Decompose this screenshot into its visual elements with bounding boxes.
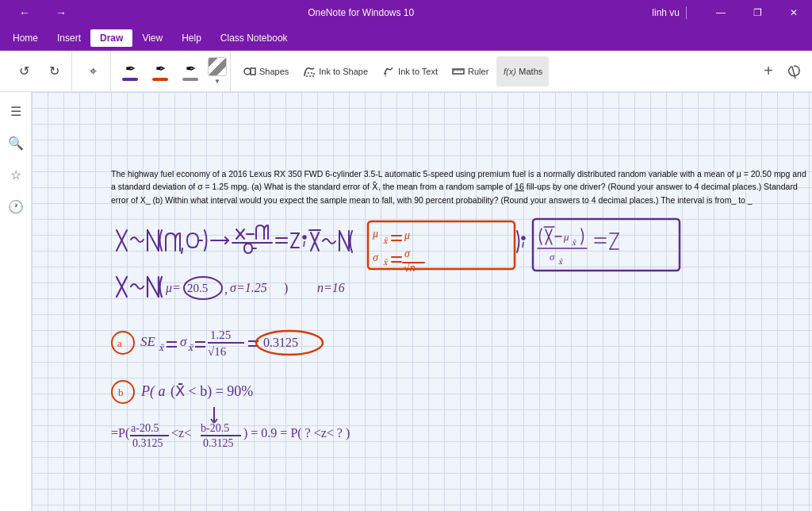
svg-text:<z<: <z< xyxy=(171,426,191,440)
app-title: OneNote for Windows 10 xyxy=(79,7,642,18)
back-button[interactable]: ← xyxy=(6,0,43,25)
redo-button[interactable]: ↻ xyxy=(40,57,68,86)
ruler-button[interactable]: Ruler xyxy=(446,56,495,86)
shapes-label: Shapes xyxy=(259,67,289,76)
svg-line-52 xyxy=(523,242,523,248)
svg-text:(X̄ < b) = 90%: (X̄ < b) = 90% xyxy=(170,383,253,400)
ink-to-text-label: Ink to Text xyxy=(398,67,438,76)
part-a-formula: a SE x̄ σ x̄ 1.25 √16 xyxy=(112,328,323,358)
menu-view[interactable]: View xyxy=(132,29,172,47)
menu-class-notebook[interactable]: Class Notebook xyxy=(211,29,297,47)
main-content[interactable]: The highway fuel economy of a 2016 Lexus… xyxy=(32,92,812,511)
add-button[interactable]: + xyxy=(756,60,780,83)
maths-icon: f(x) xyxy=(503,65,515,78)
pen-tool-1[interactable]: ✒ xyxy=(117,58,143,84)
purple-box xyxy=(533,219,680,271)
svg-text:=P(: =P( xyxy=(111,426,129,440)
svg-line-70 xyxy=(147,277,159,297)
color-picker-group: ▼ xyxy=(208,57,227,85)
svg-text:T: T xyxy=(384,72,388,78)
ink-to-shape-button[interactable]: Ink to Shape xyxy=(297,56,374,86)
svg-text:μ=: μ= xyxy=(165,281,181,295)
pen-icon-3: ✒ xyxy=(186,61,196,76)
svg-text:√n: √n xyxy=(404,262,416,274)
drawing-tools-group: ✒ ✒ ✒ ▼ xyxy=(114,51,231,91)
canvas-area: ☰ 🔍 ☆ 🕐 The highway fuel economy of a 20… xyxy=(0,92,812,511)
sidebar-icon-recent[interactable]: 🕐 xyxy=(3,194,29,219)
left-sidebar: ☰ 🔍 ☆ 🕐 xyxy=(0,92,32,511)
svg-text:20.5: 20.5 xyxy=(187,282,208,294)
menu-draw[interactable]: Draw xyxy=(90,29,132,47)
svg-text:a-20.5: a-20.5 xyxy=(131,422,159,434)
svg-text:) = 0.9 = P(  ?  <z<  ?  ): ) = 0.9 = P( ? <z< ? ) xyxy=(243,426,350,440)
ink-to-text-button[interactable]: T Ink to Text xyxy=(376,56,444,86)
minimize-button[interactable]: — xyxy=(703,0,739,25)
forward-button[interactable]: → xyxy=(43,0,79,25)
ruler-icon xyxy=(452,65,465,78)
sigma-xbar-formula: μ x̄ μ σ x̄ σ √n xyxy=(372,228,424,274)
sidebar-icon-favorites[interactable]: ☆ xyxy=(3,162,29,187)
svg-text:0.3125: 0.3125 xyxy=(203,437,234,449)
svg-text:σ: σ xyxy=(373,252,379,263)
shapes-button[interactable]: Shapes xyxy=(237,56,295,86)
tools-group: Shapes Ink to Shape T Ink to Text xyxy=(234,51,552,91)
svg-line-12 xyxy=(792,67,795,79)
svg-text:x̄: x̄ xyxy=(572,239,576,247)
title-bar: ← → OneNote for Windows 10 linh vu — ❐ ✕ xyxy=(0,0,812,25)
svg-text:μ: μ xyxy=(563,231,569,243)
xbar-formula xyxy=(309,230,352,252)
shapes-icon xyxy=(243,65,256,78)
pen-icon-1: ✒ xyxy=(125,61,136,76)
svg-text:SE: SE xyxy=(140,334,156,349)
undo-button[interactable]: ↺ xyxy=(10,57,38,86)
arrow-down xyxy=(211,407,217,423)
handwriting-line1 xyxy=(117,230,228,253)
lasso-icon: ⌖ xyxy=(90,65,97,78)
line2-handwriting: μ= 20.5 , σ=1.25 ) n=16 xyxy=(117,277,345,299)
svg-rect-2 xyxy=(304,73,314,76)
ink-to-shape-icon xyxy=(303,65,316,78)
nav-arrows: ← → xyxy=(6,0,79,25)
semicolon2 xyxy=(522,236,525,248)
pen-tool-2[interactable]: ✒ xyxy=(147,58,173,84)
svg-text:0.3125: 0.3125 xyxy=(132,437,163,449)
menu-bar: Home Insert Draw View Help Class Noteboo… xyxy=(0,25,812,51)
svg-text:σ: σ xyxy=(550,251,555,263)
restore-button[interactable]: ❐ xyxy=(739,0,776,25)
separator xyxy=(686,6,687,19)
svg-text:b: b xyxy=(118,386,124,398)
pen-icon-2: ✒ xyxy=(155,61,166,76)
close-button[interactable]: ✕ xyxy=(776,0,812,25)
svg-text:n=16: n=16 xyxy=(317,281,345,294)
semicolon1 xyxy=(303,236,306,247)
orange-box-1 xyxy=(368,221,515,269)
svg-text:x̄: x̄ xyxy=(159,343,165,352)
maths-button[interactable]: f(x) Maths xyxy=(496,56,549,86)
pen-tool-3[interactable]: ✒ xyxy=(178,58,203,84)
lasso-tool-icon xyxy=(786,63,802,79)
menu-home[interactable]: Home xyxy=(3,29,48,47)
lasso-select-button[interactable]: ⌖ xyxy=(79,57,107,86)
problem-text: The highway fuel economy of a 2016 Lexus… xyxy=(111,167,809,206)
menu-help[interactable]: Help xyxy=(172,29,211,47)
user-info: linh vu xyxy=(642,6,703,19)
pen-color-1 xyxy=(122,78,138,81)
svg-text:σ: σ xyxy=(404,248,411,259)
z-probability-formula: =P( a-20.5 0.3125 <z< b-20.5 0.3125 ) = … xyxy=(111,422,350,449)
svg-line-65 xyxy=(610,233,619,249)
svg-text:x̄: x̄ xyxy=(383,236,389,245)
svg-text:x̄: x̄ xyxy=(188,343,194,352)
color-swatch[interactable] xyxy=(208,57,227,76)
math-content: The highway fuel economy of a 2016 Lexus… xyxy=(32,92,812,511)
toolbar: ↺ ↻ ⌖ ✒ ✒ ✒ ▼ xyxy=(0,51,812,92)
menu-insert[interactable]: Insert xyxy=(48,29,90,47)
svg-point-51 xyxy=(522,236,525,240)
ruler-label: Ruler xyxy=(468,67,488,76)
sidebar-icon-search[interactable]: 🔍 xyxy=(3,130,29,156)
sidebar-icon-menu[interactable]: ☰ xyxy=(3,98,29,124)
redo-icon: ↻ xyxy=(49,65,59,78)
svg-text:0.3125: 0.3125 xyxy=(263,336,298,349)
svg-line-16 xyxy=(147,230,159,251)
lasso-tool-button[interactable] xyxy=(782,60,806,83)
color-dropdown-arrow[interactable]: ▼ xyxy=(214,78,220,85)
